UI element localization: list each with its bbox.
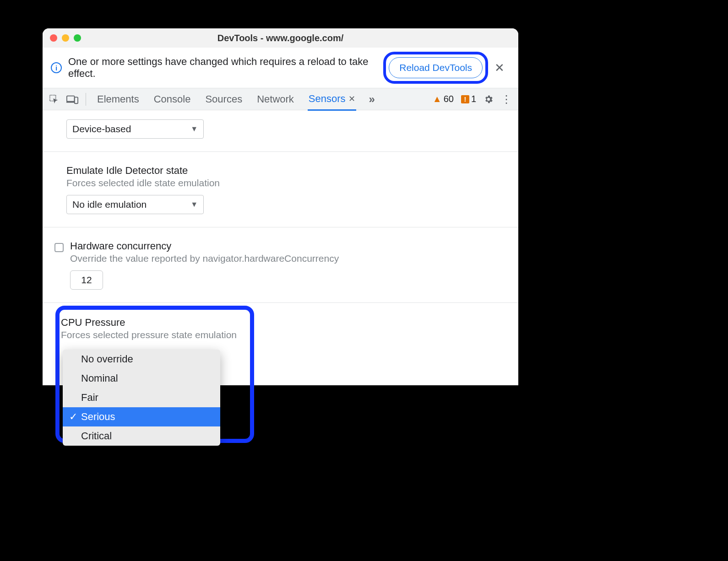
- divider-icon: [86, 93, 86, 106]
- titlebar: DevTools - www.google.com/: [43, 28, 518, 48]
- pressure-subtitle: Forces selected pressure state emulation: [61, 329, 497, 340]
- issue-icon: !: [461, 95, 469, 103]
- warning-icon: ▲: [433, 94, 442, 104]
- chevron-down-icon: ▼: [190, 200, 198, 209]
- warnings-count: 60: [444, 94, 454, 104]
- more-menu-icon[interactable]: ⋮: [501, 93, 512, 106]
- inspect-element-icon[interactable]: [49, 94, 59, 104]
- pressure-title: CPU Pressure: [61, 317, 497, 329]
- more-tabs-icon[interactable]: »: [369, 93, 375, 106]
- chevron-down-icon: ▼: [190, 125, 198, 133]
- svg-rect-2: [66, 101, 75, 102]
- pressure-option-fair[interactable]: Fair: [63, 388, 220, 407]
- tab-network[interactable]: Network: [256, 89, 295, 110]
- tab-elements[interactable]: Elements: [96, 89, 140, 110]
- tab-console[interactable]: Console: [153, 89, 192, 110]
- idle-section: Emulate Idle Detector state Forces selec…: [43, 151, 518, 227]
- reload-button-wrap: Reload DevTools: [389, 57, 483, 78]
- hw-subtitle: Override the value reported by navigator…: [70, 253, 506, 264]
- device-select-value: Device-based: [72, 124, 131, 135]
- issues-counter[interactable]: ! 1: [461, 94, 476, 104]
- hardware-concurrency-section: Hardware concurrency Override the value …: [43, 227, 518, 302]
- svg-rect-1: [67, 96, 75, 101]
- idle-title: Emulate Idle Detector state: [66, 165, 506, 177]
- device-select[interactable]: Device-based ▼: [66, 119, 204, 139]
- issues-count: 1: [471, 94, 476, 104]
- devtools-window: DevTools - www.google.com/ i One or more…: [43, 28, 518, 385]
- tab-sensors[interactable]: Sensors ✕: [308, 88, 356, 111]
- idle-select[interactable]: No idle emulation ▼: [66, 195, 204, 214]
- banner-text: One or more settings have changed which …: [68, 56, 382, 80]
- tab-sources[interactable]: Sources: [204, 89, 243, 110]
- svg-rect-3: [75, 97, 78, 103]
- hardware-concurrency-checkbox[interactable]: [54, 243, 64, 252]
- pressure-dropdown[interactable]: No override Nominal Fair Serious Critica…: [63, 350, 220, 446]
- info-icon: i: [51, 62, 62, 73]
- reload-banner: i One or more settings have changed whic…: [43, 48, 518, 88]
- warnings-counter[interactable]: ▲ 60: [433, 94, 454, 104]
- idle-select-value: No idle emulation: [72, 199, 147, 210]
- device-toolbar-icon[interactable]: [66, 94, 78, 104]
- pressure-option-nominal[interactable]: Nominal: [63, 369, 220, 388]
- device-section: Device-based ▼: [43, 110, 518, 151]
- close-tab-icon[interactable]: ✕: [348, 94, 355, 104]
- hw-title: Hardware concurrency: [70, 240, 506, 252]
- tab-sensors-label: Sensors: [309, 93, 346, 105]
- sensors-panel: Device-based ▼ Emulate Idle Detector sta…: [43, 110, 518, 385]
- main-toolbar: Elements Console Sources Network Sensors…: [43, 88, 518, 110]
- pressure-option-critical[interactable]: Critical: [63, 426, 220, 446]
- hw-value: 12: [81, 275, 92, 286]
- highlight-ring-icon: [383, 52, 488, 84]
- tab-strip: Elements Console Sources Network Sensors…: [96, 88, 375, 110]
- idle-subtitle: Forces selected idle state emulation: [66, 178, 506, 189]
- dismiss-banner-button[interactable]: ✕: [489, 61, 510, 75]
- pressure-option-serious[interactable]: Serious: [63, 407, 220, 426]
- cpu-pressure-section: CPU Pressure Forces selected pressure st…: [43, 302, 518, 383]
- pressure-option-no-override[interactable]: No override: [63, 350, 220, 369]
- cpu-pressure-block: CPU Pressure Forces selected pressure st…: [52, 309, 506, 372]
- settings-gear-icon[interactable]: [484, 94, 494, 104]
- window-title: DevTools - www.google.com/: [43, 33, 518, 43]
- hardware-concurrency-input[interactable]: 12: [70, 270, 103, 290]
